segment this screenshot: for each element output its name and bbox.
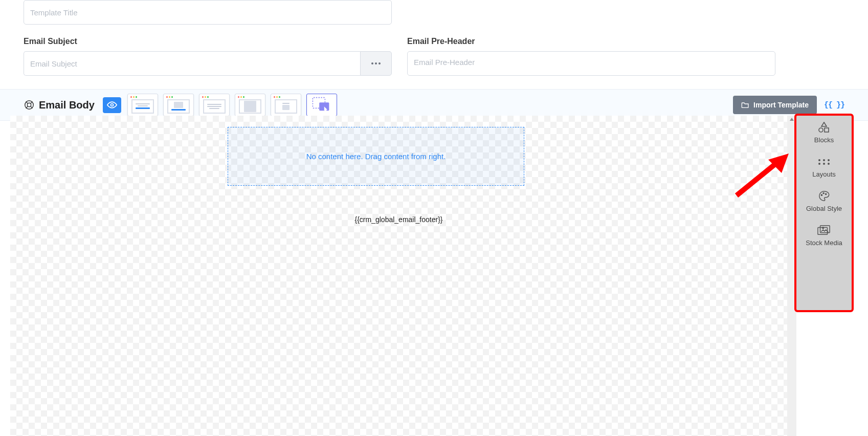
svg-line-4 xyxy=(26,106,28,108)
email-subject-input[interactable] xyxy=(24,51,360,76)
svg-line-5 xyxy=(31,106,33,108)
builder-side-panel: Blocks Layouts Global Style Stock Media xyxy=(794,114,854,312)
template-option-paragraph[interactable] xyxy=(199,94,230,116)
sidebar-item-layouts[interactable]: Layouts xyxy=(796,156,852,178)
triangle-up-icon xyxy=(790,118,794,121)
svg-point-15 xyxy=(823,159,825,161)
grid-icon xyxy=(817,156,831,167)
svg-point-6 xyxy=(110,104,113,106)
lifering-icon xyxy=(24,99,35,111)
template-option-html[interactable] xyxy=(271,94,301,116)
sidebar-item-stock-media[interactable]: Stock Media xyxy=(796,225,852,247)
palette-icon xyxy=(817,190,831,202)
svg-point-21 xyxy=(823,192,824,193)
template-title-input[interactable] xyxy=(24,0,392,25)
insert-variable-button[interactable]: {{ }} xyxy=(824,101,844,110)
email-footer-token: {{crm_global_email_footer}} xyxy=(10,215,787,224)
dots-icon xyxy=(371,62,381,64)
email-canvas[interactable]: No content here. Drag content from right… xyxy=(10,116,787,436)
svg-point-20 xyxy=(821,194,822,195)
template-option-text[interactable] xyxy=(127,94,158,116)
email-preheader-input[interactable] xyxy=(407,51,775,76)
svg-point-19 xyxy=(828,163,830,165)
sidebar-label-stock-media: Stock Media xyxy=(806,239,842,247)
email-preheader-label: Email Pre-Header xyxy=(407,37,775,46)
template-option-image[interactable] xyxy=(163,94,194,116)
svg-point-14 xyxy=(818,159,820,161)
email-subject-more-button[interactable] xyxy=(360,51,392,76)
svg-point-12 xyxy=(819,128,823,132)
sidebar-item-global-style[interactable]: Global Style xyxy=(796,190,852,212)
email-body-label: Email Body xyxy=(39,99,95,111)
eye-icon xyxy=(107,101,117,108)
sidebar-label-blocks: Blocks xyxy=(814,136,834,144)
template-option-drag-builder[interactable] xyxy=(306,94,337,116)
svg-point-18 xyxy=(823,163,825,165)
svg-point-16 xyxy=(828,159,830,161)
import-template-label: Import Template xyxy=(753,101,809,109)
svg-point-17 xyxy=(818,163,820,165)
sidebar-label-global-style: Global Style xyxy=(806,205,842,212)
sidebar-item-blocks[interactable]: Blocks xyxy=(796,122,852,144)
svg-line-3 xyxy=(31,102,33,104)
drag-icon xyxy=(311,97,332,113)
svg-point-25 xyxy=(822,227,824,229)
folder-icon xyxy=(741,101,749,108)
sidebar-label-layouts: Layouts xyxy=(812,170,836,178)
image-stack-icon xyxy=(817,225,831,236)
shapes-icon xyxy=(817,122,831,133)
dropzone-hint: No content here. Drag content from right… xyxy=(306,152,446,161)
svg-point-1 xyxy=(27,103,31,106)
svg-point-22 xyxy=(826,193,827,194)
import-template-button[interactable]: Import Template xyxy=(733,96,817,114)
email-subject-label: Email Subject xyxy=(24,37,392,46)
svg-rect-13 xyxy=(825,128,829,132)
svg-marker-11 xyxy=(821,122,827,126)
empty-dropzone[interactable]: No content here. Drag content from right… xyxy=(228,127,524,186)
preview-button[interactable] xyxy=(103,97,121,113)
svg-line-2 xyxy=(26,102,28,104)
template-option-document[interactable] xyxy=(235,94,265,116)
